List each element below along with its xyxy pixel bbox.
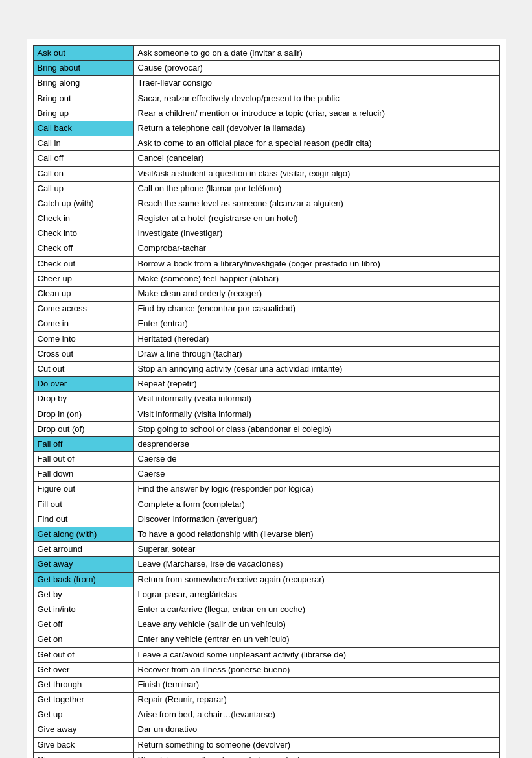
- table-row: Give awayDar un donativo: [33, 722, 499, 737]
- table-row: Get back (from)Return from somewhere/rec…: [33, 572, 499, 587]
- phrase-cell: Bring about: [33, 61, 133, 76]
- definition-cell: Draw a line through (tachar): [133, 346, 499, 361]
- table-row: Do overRepeat (repetir): [33, 377, 499, 392]
- phrase-cell: Check out: [33, 256, 133, 271]
- phrase-cell: Come into: [33, 331, 133, 346]
- definition-cell: Make (someone) feel happier (alabar): [133, 271, 499, 286]
- table-row: Get onEnter any vehicle (entrar en un ve…: [33, 632, 499, 647]
- phrase-cell: Ask out: [33, 46, 133, 61]
- table-row: Get overRecover from an illness (ponerse…: [33, 662, 499, 677]
- definition-cell: Reach the same level as someone (alcanza…: [133, 196, 499, 211]
- definition-cell: Dar un donativo: [133, 722, 499, 737]
- phrase-cell: Call in: [33, 136, 133, 151]
- definition-cell: Finish (terminar): [133, 677, 499, 692]
- definition-cell: Recover from an illness (ponerse bueno): [133, 662, 499, 677]
- definition-cell: Find by chance (encontrar por casualidad…: [133, 302, 499, 316]
- phrase-cell: Get arround: [33, 542, 133, 557]
- definition-cell: Leave (Marcharse, irse de vacaciones): [133, 557, 499, 572]
- phrase-cell: Get together: [33, 693, 133, 707]
- phrase-cell: Come in: [33, 316, 133, 331]
- table-row: Fall offdesprenderse: [33, 436, 499, 451]
- table-row: Check outBorrow a book from a library/in…: [33, 256, 499, 271]
- phrase-cell: Do over: [33, 377, 133, 392]
- table-row: Get along (with)To have a good relations…: [33, 527, 499, 542]
- definition-cell: Enter any vehicle (entrar en un vehículo…: [133, 632, 499, 647]
- phrase-cell: Catch up (with): [33, 196, 133, 211]
- definition-cell: Ask to come to an official place for a s…: [133, 136, 499, 151]
- definition-cell: Repeat (repetir): [133, 377, 499, 392]
- definition-cell: Caerse: [133, 467, 499, 482]
- phrase-cell: Check into: [33, 226, 133, 241]
- table-row: Clean upMake clean and orderly (recoger): [33, 287, 499, 302]
- definition-cell: Visit informally (visita informal): [133, 392, 499, 407]
- phrase-cell: Call up: [33, 181, 133, 196]
- table-row: Call upCall on the phone (llamar por tel…: [33, 181, 499, 196]
- definition-cell: Enter a car/arrive (llegar, entrar en un…: [133, 602, 499, 617]
- table-row: Cheer upMake (someone) feel happier (ala…: [33, 271, 499, 286]
- table-row: Call inAsk to come to an official place …: [33, 136, 499, 151]
- table-row: Give upStop doing something (parar de ha…: [33, 752, 499, 758]
- table-row: Drop out (of)Stop going to school or cla…: [33, 421, 499, 436]
- table-row: Get out ofLeave a car/avoid some unpleas…: [33, 647, 499, 662]
- definition-cell: Visit informally (visita informal): [133, 407, 499, 421]
- phrase-cell: Bring out: [33, 91, 133, 106]
- phrase-cell: Fall down: [33, 467, 133, 482]
- phrase-cell: Call on: [33, 166, 133, 181]
- phrase-cell: Find out: [33, 512, 133, 527]
- definition-cell: desprenderse: [133, 436, 499, 451]
- definition-cell: Investigate (investigar): [133, 226, 499, 241]
- table-row: Get togetherRepair (Reunir, reparar): [33, 693, 499, 707]
- table-row: Get offLeave any vehicle (salir de un ve…: [33, 617, 499, 632]
- table-row: Cut outStop an annoying activity (cesar …: [33, 361, 499, 376]
- phrase-cell: Clean up: [33, 287, 133, 302]
- table-row: Find outDiscover information (averiguar): [33, 512, 499, 527]
- definition-cell: Enter (entrar): [133, 316, 499, 331]
- definition-cell: Return a telephone call (devolver la lla…: [133, 121, 499, 136]
- definition-cell: Stop an annoying activity (cesar una act…: [133, 361, 499, 376]
- phrase-cell: Cheer up: [33, 271, 133, 286]
- definition-cell: Traer-llevar consigo: [133, 76, 499, 91]
- table-row: Call backReturn a telephone call (devolv…: [33, 121, 499, 136]
- phrase-cell: Bring along: [33, 76, 133, 91]
- table-row: Bring aboutCause (provocar): [33, 61, 499, 76]
- table-row: Fall downCaerse: [33, 467, 499, 482]
- definition-cell: Arise from bed, a chair…(levantarse): [133, 707, 499, 722]
- table-row: Fill outComplete a form (completar): [33, 497, 499, 512]
- table-row: Call offCancel (cancelar): [33, 151, 499, 166]
- definition-cell: Ask someone to go on a date (invitar a s…: [133, 46, 499, 61]
- table-row: Ask outAsk someone to go on a date (invi…: [33, 46, 499, 61]
- table-row: Come intoHeritated (heredar): [33, 331, 499, 346]
- table-row: Check offComprobar-tachar: [33, 241, 499, 256]
- phrase-cell: Get up: [33, 707, 133, 722]
- phrase-cell: Get along (with): [33, 527, 133, 542]
- phrase-cell: Get back (from): [33, 572, 133, 587]
- phrase-cell: Get through: [33, 677, 133, 692]
- phrase-cell: Come across: [33, 302, 133, 316]
- phrase-cell: Check in: [33, 211, 133, 226]
- phrase-cell: Bring up: [33, 106, 133, 121]
- phrase-cell: Cut out: [33, 361, 133, 376]
- table-row: Cross outDraw a line through (tachar): [33, 346, 499, 361]
- phrasal-verbs-table: Ask outAsk someone to go on a date (invi…: [33, 45, 500, 758]
- table-row: Figure outFind the answer by logic (resp…: [33, 482, 499, 497]
- phrase-cell: Get on: [33, 632, 133, 647]
- definition-cell: Leave any vehicle (salir de un vehículo): [133, 617, 499, 632]
- phrase-cell: Call back: [33, 121, 133, 136]
- phrase-cell: Drop by: [33, 392, 133, 407]
- table-row: Bring outSacar, realzar effectively deve…: [33, 91, 499, 106]
- definition-cell: Return something to someone (devolver): [133, 737, 499, 752]
- table-row: Give backReturn something to someone (de…: [33, 737, 499, 752]
- table-row: Get byLograr pasar, arreglártelas: [33, 587, 499, 602]
- phrase-cell: Drop in (on): [33, 407, 133, 421]
- definition-cell: Visit/ask a student a question in class …: [133, 166, 499, 181]
- definition-cell: Register at a hotel (registrarse en un h…: [133, 211, 499, 226]
- definition-cell: To have a good relationship with (llevar…: [133, 527, 499, 542]
- main-page: Ask outAsk someone to go on a date (invi…: [27, 39, 506, 758]
- table-row: Fall out ofCaerse de: [33, 452, 499, 467]
- definition-cell: Rear a children/ mention or introduce a …: [133, 106, 499, 121]
- definition-cell: Complete a form (completar): [133, 497, 499, 512]
- table-row: Bring upRear a children/ mention or intr…: [33, 106, 499, 121]
- table-row: Get in/intoEnter a car/arrive (llegar, e…: [33, 602, 499, 617]
- definition-cell: Lograr pasar, arreglártelas: [133, 587, 499, 602]
- phrase-cell: Get in/into: [33, 602, 133, 617]
